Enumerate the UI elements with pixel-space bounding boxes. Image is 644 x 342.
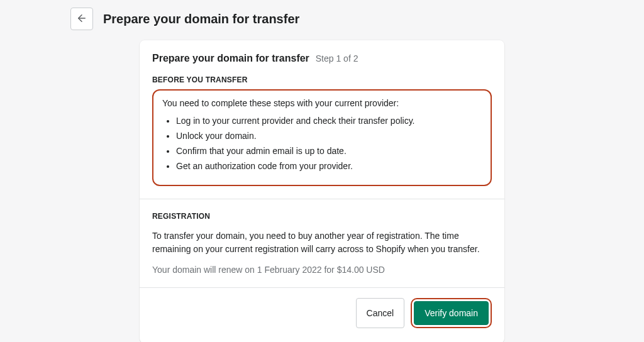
back-button[interactable] xyxy=(70,8,93,30)
cancel-button[interactable]: Cancel xyxy=(356,298,405,328)
step-indicator: Step 1 of 2 xyxy=(316,53,358,63)
list-item: Unlock your domain. xyxy=(176,131,482,141)
registration-heading: REGISTRATION xyxy=(152,212,492,221)
before-transfer-steps: Log in to your current provider and chec… xyxy=(162,116,482,171)
before-transfer-intro: You need to complete these steps with yo… xyxy=(162,98,482,108)
transfer-card: Prepare your domain for transfer Step 1 … xyxy=(140,40,504,342)
verify-highlight: Verify domain xyxy=(411,298,492,328)
list-item: Get an authorization code from your prov… xyxy=(176,161,482,171)
card-footer: Cancel Verify domain xyxy=(140,287,504,342)
registration-body: To transfer your domain, you need to buy… xyxy=(152,229,492,256)
verify-domain-button[interactable]: Verify domain xyxy=(414,301,489,325)
page-header: Prepare your domain for transfer xyxy=(70,8,644,30)
before-transfer-heading: BEFORE YOU TRANSFER xyxy=(152,75,492,84)
before-transfer-highlight: You need to complete these steps with yo… xyxy=(152,89,492,186)
list-item: Log in to your current provider and chec… xyxy=(176,116,482,126)
card-title: Prepare your domain for transfer xyxy=(152,53,309,63)
renewal-info: Your domain will renew on 1 February 202… xyxy=(152,265,492,275)
arrow-left-icon xyxy=(76,13,87,26)
list-item: Confirm that your admin email is up to d… xyxy=(176,146,482,156)
page-title: Prepare your domain for transfer xyxy=(103,12,299,26)
